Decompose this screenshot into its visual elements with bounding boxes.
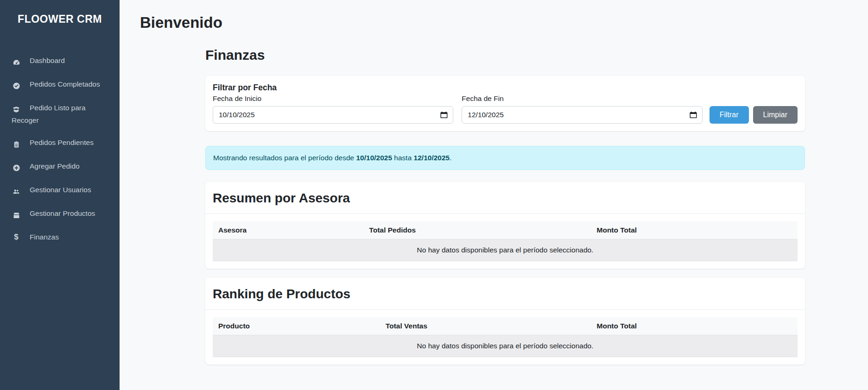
gauge-icon — [12, 57, 21, 68]
sidebar-item-label: Finanzas — [30, 233, 59, 241]
sidebar-item-gestionar-usuarios[interactable]: Gestionar Usuarios — [0, 179, 120, 202]
clear-button[interactable]: Limpiar — [753, 106, 798, 124]
product-ranking-title: Ranking de Productos — [213, 287, 798, 302]
start-date-field: Fecha de Inicio — [213, 94, 453, 124]
sidebar-item-label: Pedido Listo para Recoger — [12, 104, 86, 124]
sidebar-item-label: Agregar Pedido — [30, 162, 80, 170]
sidebar-item-label: Dashboard — [30, 57, 65, 64]
sidebar-item-gestionar-productos[interactable]: Gestionar Productos — [0, 202, 120, 226]
sidebar-item-agregar-pedido[interactable]: Agregar Pedido — [0, 155, 120, 179]
section-title-finanzas: Finanzas — [205, 47, 805, 63]
alert-start-date: 10/10/2025 — [356, 154, 392, 162]
sidebar-item-label: Gestionar Productos — [30, 209, 95, 217]
sidebar-item-pedidos-completados[interactable]: Pedidos Completados — [0, 73, 120, 97]
table-header-row: Producto Total Ventas Monto Total — [213, 317, 798, 335]
end-date-input[interactable] — [462, 106, 702, 124]
period-info-alert: Mostrando resultados para el período des… — [205, 146, 805, 170]
sidebar-item-label: Pedidos Completados — [30, 80, 100, 88]
column-header-monto-total: Monto Total — [591, 317, 798, 335]
clipboard-icon — [12, 138, 21, 150]
start-date-input[interactable] — [213, 106, 453, 124]
empty-state-message: No hay datos disponibles para el período… — [213, 239, 798, 261]
table-row: No hay datos disponibles para el período… — [213, 335, 798, 357]
column-header-asesora: Asesora — [213, 221, 364, 239]
calendar-icon[interactable] — [440, 111, 448, 119]
filter-button[interactable]: Filtrar — [710, 106, 749, 124]
table-row: No hay datos disponibles para el período… — [213, 239, 798, 261]
end-date-field: Fecha de Fin — [462, 94, 702, 124]
column-header-producto: Producto — [213, 317, 380, 335]
product-ranking-table: Producto Total Ventas Monto Total No hay… — [213, 317, 798, 357]
alert-text-prefix: Mostrando resultados para el período des… — [213, 154, 356, 162]
alert-text-suffix: . — [450, 154, 451, 162]
sidebar-item-label: Gestionar Usuarios — [30, 186, 91, 194]
users-icon — [12, 186, 21, 197]
sidebar-item-pedido-listo[interactable]: Pedido Listo para Recoger — [0, 97, 120, 132]
sidebar: FLOOWER CRM Dashboard Pedidos Completado… — [0, 0, 120, 390]
box-open-icon — [12, 104, 21, 115]
sidebar-nav: Dashboard Pedidos Completados Pedido Lis… — [0, 50, 120, 248]
filter-title: Filtrar por Fecha — [213, 83, 798, 93]
start-date-label: Fecha de Inicio — [213, 94, 453, 103]
product-ranking-header: Ranking de Productos — [205, 278, 805, 310]
page-title: Bienvenido — [140, 14, 868, 31]
advisor-summary-title: Resumen por Asesora — [213, 191, 798, 206]
alert-end-date: 12/10/2025 — [414, 154, 450, 162]
sidebar-item-pedidos-pendientes[interactable]: Pedidos Pendientes — [0, 132, 120, 155]
alert-text-middle: hasta — [392, 154, 414, 162]
date-filter-card: Filtrar por Fecha Fecha de Inicio Fecha … — [205, 76, 805, 131]
plus-circle-icon — [12, 162, 21, 173]
check-circle-icon — [12, 80, 21, 91]
end-date-label: Fecha de Fin — [462, 94, 702, 103]
main-content: Bienvenido Finanzas Filtrar por Fecha Fe… — [120, 0, 868, 390]
table-header-row: Asesora Total Pedidos Monto Total — [213, 221, 798, 239]
dollar-icon: $ — [12, 232, 21, 243]
advisor-summary-card: Resumen por Asesora Asesora Total Pedido… — [205, 182, 805, 269]
box-icon — [12, 209, 21, 220]
sidebar-item-finanzas[interactable]: $Finanzas — [0, 226, 120, 248]
column-header-total-ventas: Total Ventas — [380, 317, 591, 335]
calendar-icon[interactable] — [690, 111, 697, 119]
sidebar-item-label: Pedidos Pendientes — [30, 138, 94, 146]
column-header-total-pedidos: Total Pedidos — [364, 221, 591, 239]
product-ranking-card: Ranking de Productos Producto Total Vent… — [205, 278, 805, 365]
column-header-monto-total: Monto Total — [591, 221, 798, 239]
advisor-summary-table: Asesora Total Pedidos Monto Total No hay… — [213, 221, 798, 261]
sidebar-item-dashboard[interactable]: Dashboard — [0, 50, 120, 73]
advisor-summary-header: Resumen por Asesora — [205, 182, 805, 214]
app-brand: FLOOWER CRM — [0, 13, 120, 25]
empty-state-message: No hay datos disponibles para el período… — [213, 335, 798, 357]
